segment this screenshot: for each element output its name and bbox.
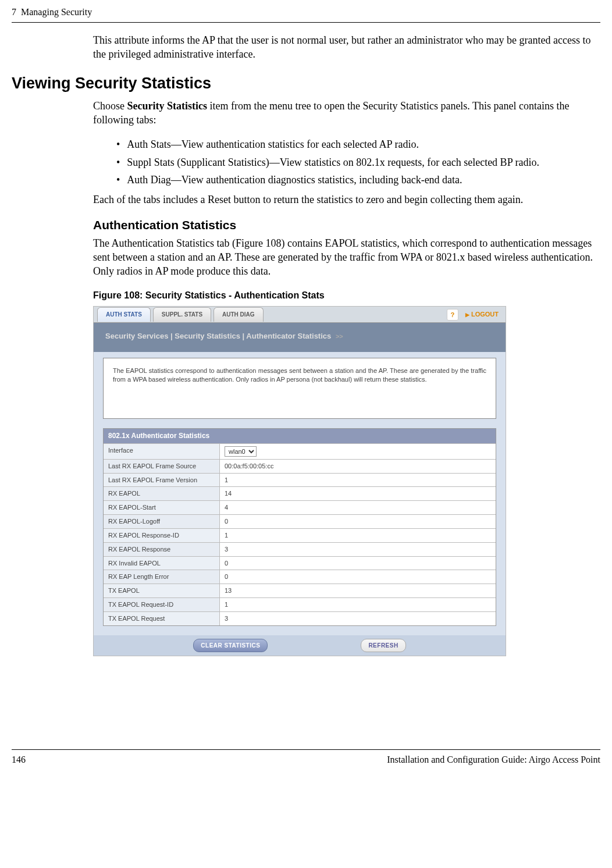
tab-bar: AUTH STATS SUPPL. STATS AUTH DIAG ? LOGO… <box>94 307 506 323</box>
tab-suppl-stats[interactable]: SUPPL. STATS <box>153 307 211 322</box>
page-number: 146 <box>12 753 26 766</box>
breadcrumb-arrow-icon: >> <box>336 333 343 340</box>
clear-statistics-button[interactable]: CLEAR STATISTICS <box>193 639 268 653</box>
table-row: Interface wlan0 <box>104 443 496 459</box>
logout-button[interactable]: LOGOUT <box>462 308 502 321</box>
reset-note: Each of the tabs includes a Reset button… <box>93 193 600 207</box>
table-row: RX EAPOL-Logoff0 <box>104 514 496 528</box>
chapter-title: Managing Security <box>21 6 92 19</box>
table-row: TX EAPOL13 <box>104 584 496 597</box>
tab-auth-diag[interactable]: AUTH DIAG <box>214 307 264 322</box>
table-row: RX EAPOL14 <box>104 486 496 500</box>
button-row: CLEAR STATISTICS REFRESH <box>94 635 506 656</box>
page-header: 7 Managing Security <box>12 0 600 23</box>
table-row: RX EAPOL Response-ID1 <box>104 528 496 542</box>
table-row: TX EAPOL Request-ID1 <box>104 597 496 611</box>
subsection-title: Authentication Statistics <box>93 217 600 233</box>
help-button[interactable]: ? <box>447 309 458 321</box>
list-item: Suppl Stats (Supplicant Statistics)—View… <box>116 155 600 169</box>
table-row: RX EAPOL-Start4 <box>104 500 496 514</box>
tab-auth-stats[interactable]: AUTH STATS <box>97 307 151 322</box>
table-row: RX EAP Length Error0 <box>104 570 496 584</box>
list-item: Auth Stats—View authentication statistic… <box>116 137 600 151</box>
chapter-number: 7 <box>12 6 16 19</box>
panel-title: 802.1x Authenticator Statistics <box>104 429 496 443</box>
intro-part-a: Choose <box>93 100 127 112</box>
interface-label: Interface <box>104 444 220 459</box>
section-intro: Choose Security Statistics item from the… <box>93 99 600 127</box>
stat-panel: 802.1x Authenticator Statistics Interfac… <box>103 428 496 625</box>
table-row: Last RX EAPOL Frame Source00:0a:f5:00:05… <box>104 459 496 473</box>
table-row: RX Invalid EAPOL0 <box>104 556 496 570</box>
table-row: Last RX EAPOL Frame Version1 <box>104 473 496 487</box>
page-footer: 146 Installation and Configuration Guide… <box>12 749 600 773</box>
subsection-paragraph: The Authentication Statistics tab (Figur… <box>93 236 600 279</box>
screenshot-panel: AUTH STATS SUPPL. STATS AUTH DIAG ? LOGO… <box>93 306 506 656</box>
figure-caption: Figure 108: Security Statistics - Authen… <box>93 289 600 302</box>
description-box: The EAPOL statistics correspond to authe… <box>103 358 496 419</box>
intro-paragraph: This attribute informs the AP that the u… <box>93 33 600 62</box>
intro-bold: Security Statistics <box>127 100 207 112</box>
table-row: TX EAPOL Request3 <box>104 611 496 625</box>
interface-select[interactable]: wlan0 <box>225 446 257 457</box>
refresh-button[interactable]: REFRESH <box>361 639 405 653</box>
breadcrumb-text: Security Services | Security Statistics … <box>105 332 331 340</box>
list-item: Auth Diag—View authentication diagnostic… <box>116 173 600 187</box>
tab-description-list: Auth Stats—View authentication statistic… <box>116 137 600 187</box>
section-title: Viewing Security Statistics <box>12 73 600 94</box>
logout-label: LOGOUT <box>471 310 499 319</box>
table-row: RX EAPOL Response3 <box>104 542 496 556</box>
guide-title: Installation and Configuration Guide: Ai… <box>387 753 600 766</box>
breadcrumb: Security Services | Security Statistics … <box>94 323 506 352</box>
